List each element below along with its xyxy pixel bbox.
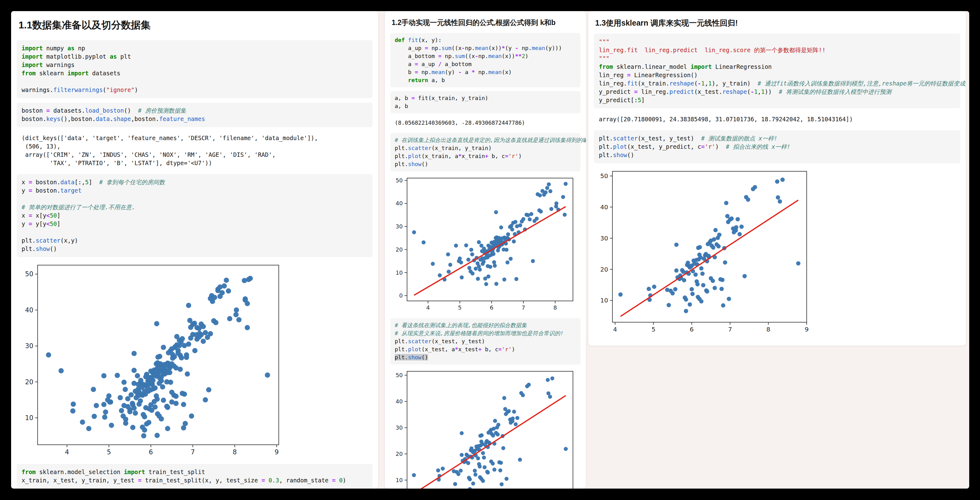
code-line (22, 228, 368, 236)
figure-svg: 4567891020304050 (392, 368, 577, 489)
svg-text:40: 40 (600, 203, 608, 211)
code-line: plt.show() (395, 160, 576, 168)
code-line: lin_reg = LinearRegression() (599, 71, 955, 79)
code-cell[interactable]: boston = datasets.load_boston() # 房价预测数据… (17, 102, 372, 127)
code-line: boston = datasets.load_boston() # 房价预测数据… (22, 107, 368, 115)
code-line: x = x[y<50] (22, 211, 368, 220)
code-line: plt.scatter(x_test, y_test) (395, 337, 576, 345)
code-line: plt.scatter(x,y) (22, 236, 368, 245)
code-cell[interactable]: x = boston.data[:,5] # 拿到每个住宅的房间数y = bos… (17, 174, 372, 257)
code-cell[interactable]: # 看这条线在测试集上的表现,也能很好的拟合数据集# 从现实意义来说,房屋价格随… (390, 318, 580, 364)
code-line: a_bottom = np.sum((x-np.mean(x))**2) (395, 52, 576, 60)
code-cell[interactable]: a, b = fit(x_train, y_train)a, b (390, 91, 580, 113)
code-line: """ (599, 54, 955, 63)
code-line: """ (599, 38, 955, 46)
svg-text:20: 20 (600, 266, 608, 273)
figure-test_sklearn: 4567891020304050 (596, 168, 960, 337)
svg-text:8: 8 (554, 304, 557, 311)
notebook-column-1: 1.1数据集准备以及切分数据集 import numpy as npimport… (11, 11, 378, 489)
figure-train: 4567801020304050 (392, 175, 580, 315)
code-line: a = a_up / a_bottom (395, 60, 576, 68)
code-line: plt.plot(x_train, a*x_train+ b, c='r') (395, 152, 576, 160)
code-cell[interactable]: import numpy as npimport matplotlib.pypl… (17, 40, 372, 98)
code-line: warnings.filterwarnings("ignore") (22, 86, 368, 94)
notebook-column-3: 1.3使用sklearn 调库来实现一元线性回归! """lin_reg.fit… (589, 11, 966, 346)
code-line (22, 77, 368, 86)
svg-text:9: 9 (275, 449, 279, 456)
code-line: a, b (395, 102, 576, 110)
code-line: lin_reg.fit(x_train.reshape(-1,1), y_tra… (599, 79, 955, 88)
svg-text:30: 30 (396, 424, 403, 431)
svg-text:20: 20 (396, 246, 403, 253)
notebook-column-2: 1.2手动实现一元线性回归的公式,根据公式得到 k和b def fit(x, y… (385, 11, 586, 489)
cells-column-1: import numpy as npimport matplotlib.pypl… (17, 40, 372, 489)
svg-text:4: 4 (426, 304, 430, 311)
code-line: y = boston.target (22, 187, 368, 195)
code-line: # 简单的对数据进行了一个处理.不用在意. (22, 203, 368, 211)
code-line: y = y[y<50] (22, 220, 368, 228)
svg-text:7: 7 (522, 304, 525, 311)
code-line: # 从现实意义来说,房屋价格随着房间的增加而增加也是符合常识的! (395, 329, 576, 337)
section-title-1-2: 1.2手动实现一元线性回归的公式,根据公式得到 k和b (391, 18, 579, 27)
code-line: return a, b (395, 76, 576, 84)
output-area: (8.056822140369603, -28.49306872447786) (390, 117, 580, 131)
svg-text:9: 9 (805, 326, 809, 333)
svg-text:30: 30 (25, 342, 33, 350)
code-line: a, b = fit(x_train, y_train) (395, 94, 576, 102)
code-line: # 看这条线在测试集上的表现,也能很好的拟合数据集 (395, 321, 576, 329)
code-line: plt.plot(x_test, y_predict, c='r') # 拟合出… (599, 142, 955, 151)
code-line: import warnings (22, 61, 368, 69)
svg-text:6: 6 (149, 449, 153, 456)
code-line: import numpy as np (22, 44, 368, 53)
svg-text:5: 5 (458, 304, 461, 311)
figure-all: 4567891020304050 (19, 261, 372, 460)
code-line: from sklearn.model_selection import trai… (22, 468, 368, 476)
code-line: from sklearn.linear_model import LinearR… (599, 63, 955, 71)
figure-svg: 4567801020304050 (392, 175, 577, 313)
code-cell[interactable]: # 在训练集上拟合出这条直线是肯定的,因为这条直线就是通过训练集得到的嘛plt.… (390, 133, 580, 171)
output-area: array([20.71800091, 24.38385498, 31.0710… (594, 113, 960, 128)
svg-text:50: 50 (600, 172, 608, 180)
notebook-page: 1.1数据集准备以及切分数据集 import numpy as npimport… (11, 11, 969, 489)
svg-text:5: 5 (107, 449, 111, 456)
svg-text:20: 20 (396, 450, 403, 457)
svg-text:8: 8 (233, 449, 237, 456)
code-line: x = boston.data[:,5] # 拿到每个住宅的房间数 (22, 178, 368, 187)
svg-text:6: 6 (490, 304, 493, 311)
figure-svg: 4567891020304050 (19, 261, 284, 459)
svg-text:4: 4 (65, 449, 69, 456)
code-cell[interactable]: from sklearn.model_selection import trai… (17, 464, 372, 489)
svg-text:6: 6 (690, 326, 694, 333)
cells-column-2: def fit(x, y): a_up = np.sum((x-np.mean(… (390, 33, 580, 489)
figure-test_manual: 4567891020304050 (392, 368, 580, 489)
section-title-1-3: 1.3使用sklearn 调库来实现一元线性回归! (595, 18, 959, 28)
desktop-background: { "colors": { "kw": "#008000", "fn": "#1… (0, 0, 980, 500)
code-line: plt.show() (599, 151, 955, 159)
svg-text:7: 7 (191, 449, 195, 456)
code-line: def fit(x, y): (395, 36, 576, 44)
code-line: lin_reg.fit lin_reg.predict lin_reg.scor… (599, 46, 955, 54)
code-line: plt.scatter(x_train, y_train) (395, 144, 576, 152)
svg-text:10: 10 (396, 477, 403, 483)
svg-text:50: 50 (396, 372, 403, 379)
code-cell[interactable]: def fit(x, y): a_up = np.sum((x-np.mean(… (390, 33, 580, 87)
svg-text:0: 0 (399, 292, 403, 299)
svg-text:30: 30 (600, 235, 608, 242)
svg-text:20: 20 (25, 379, 33, 386)
output-area: (dict_keys(['data', 'target', 'feature_n… (17, 131, 372, 172)
code-line: plt.show() (22, 245, 368, 253)
code-line: from sklearn import datasets (22, 69, 368, 77)
svg-text:50: 50 (25, 270, 33, 278)
code-line: x_train, x_test, y_train, y_test = train… (22, 476, 368, 484)
svg-text:40: 40 (396, 398, 403, 405)
svg-text:50: 50 (396, 177, 403, 184)
svg-text:10: 10 (396, 270, 403, 276)
svg-text:40: 40 (396, 200, 403, 206)
code-line: a_up = np.sum((x-np.mean(x))*(y - np.mea… (395, 44, 576, 52)
code-cell[interactable]: """lin_reg.fit lin_reg.predict lin_reg.s… (594, 34, 960, 108)
code-line (22, 195, 368, 203)
code-line: plt.scatter(x_test, y_test) # 测试集数据的散点 x… (599, 134, 955, 142)
code-cell[interactable]: plt.scatter(x_test, y_test) # 测试集数据的散点 x… (594, 130, 960, 163)
svg-text:30: 30 (396, 223, 403, 230)
code-line: plt.plot(x_test, a*x_test+ b, c='r') (395, 345, 576, 353)
